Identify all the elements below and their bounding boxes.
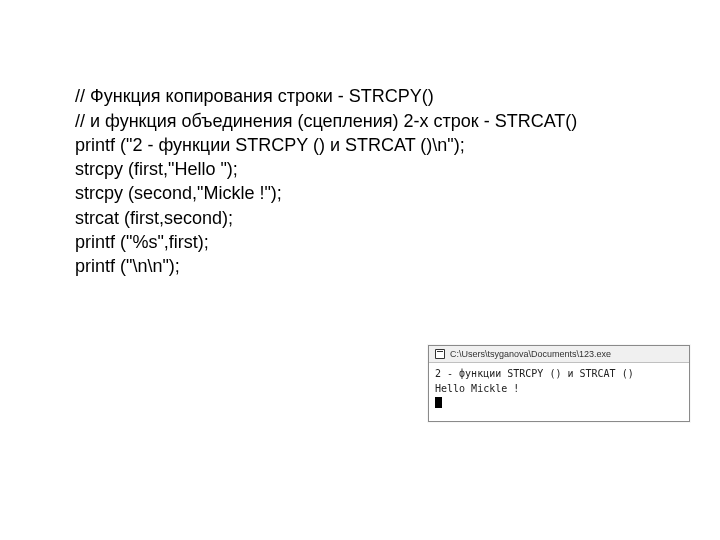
code-line: printf ("%s",first); <box>75 232 209 252</box>
code-line: // Функция копирования строки - STRCPY() <box>75 86 434 106</box>
console-line: Hello Mickle ! <box>435 383 519 394</box>
console-output: 2 - функции STRCPY () и STRCAT () Hello … <box>429 363 689 421</box>
console-titlebar: C:\Users\tsyganova\Documents\123.exe <box>429 346 689 363</box>
console-title: C:\Users\tsyganova\Documents\123.exe <box>450 349 611 359</box>
code-line: strcat (first,second); <box>75 208 233 228</box>
cursor-icon <box>435 397 442 408</box>
code-block: // Функция копирования строки - STRCPY()… <box>75 60 577 279</box>
console-window: C:\Users\tsyganova\Documents\123.exe 2 -… <box>428 345 690 422</box>
svg-rect-2 <box>437 351 443 352</box>
code-line: strcpy (second,"Mickle !"); <box>75 183 282 203</box>
code-line: // и функция объединения (сцепления) 2-х… <box>75 111 577 131</box>
code-line: strcpy (first,"Hello "); <box>75 159 238 179</box>
app-icon <box>435 349 445 359</box>
code-line: printf ("\n\n"); <box>75 256 180 276</box>
console-line: 2 - функции STRCPY () и STRCAT () <box>435 368 634 379</box>
code-line: printf ("2 - функции STRCPY () и STRCAT … <box>75 135 465 155</box>
